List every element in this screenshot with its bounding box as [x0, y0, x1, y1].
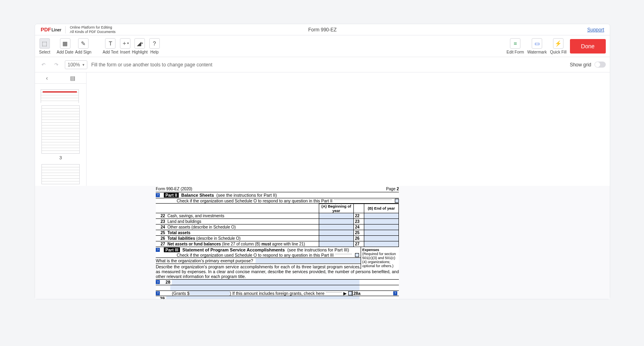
highlighter-icon: ◢ ▾	[134, 38, 145, 49]
form-icon: ≡	[510, 38, 520, 49]
done-button[interactable]: Done	[570, 39, 606, 54]
page-thumb-4[interactable]	[41, 164, 80, 184]
part3-schedule-o-checkbox[interactable]	[355, 253, 359, 257]
help-icon[interactable]: ?	[156, 193, 160, 197]
bolt-icon: ⚡	[553, 38, 564, 49]
field-26b[interactable]	[364, 235, 399, 241]
page-list-icon[interactable]: ▤	[70, 75, 75, 81]
field-26a[interactable]	[319, 235, 354, 241]
field-22a[interactable]	[319, 213, 354, 218]
redo-button[interactable]: ↷	[52, 60, 61, 69]
insert-tool[interactable]: ＋ ▾ Insert	[120, 38, 130, 54]
field-28-desc-1[interactable]	[172, 280, 359, 285]
field-28-grants[interactable]	[190, 291, 230, 295]
sub-toolbar: ↶ ↷ 100% ▾ Fill the form or use another …	[35, 57, 610, 72]
zoom-select[interactable]: 100% ▾	[65, 60, 87, 69]
exempt-purpose-field[interactable]	[256, 258, 361, 263]
watermark-button[interactable]: ▭ Watermark	[527, 38, 547, 54]
thumbnail-list[interactable]: 1 2 <, div class="thumb" data-name="page…	[35, 84, 86, 103]
help-icon[interactable]: ?	[156, 248, 160, 252]
highlight-tool[interactable]: ◢ ▾ Highlight	[132, 38, 148, 54]
tagline: Online Platform for Editing All Kinds of…	[70, 25, 116, 34]
part-3-header: ? Part III Statement of Program Service …	[156, 247, 361, 253]
show-grid-label: Show grid	[570, 62, 591, 68]
field-23a[interactable]	[319, 218, 354, 224]
signature-icon: ✎	[78, 38, 89, 49]
help-tool[interactable]: ? Help	[149, 38, 160, 54]
quick-fill-button[interactable]: ⚡ Quick Fill	[550, 38, 566, 54]
calendar-icon: ▦	[60, 38, 70, 49]
page-thumb-1[interactable]	[41, 89, 79, 103]
text-icon: T	[105, 38, 116, 49]
page-thumb-3[interactable]	[41, 105, 80, 154]
expenses-sidebar: Expenses (Required for section 501(c)(3)…	[361, 247, 399, 269]
hint-text: Fill the form or use another tools to ch…	[91, 62, 213, 68]
add-sign-tool[interactable]: ✎ Add Sign	[75, 38, 92, 54]
select-tool[interactable]: ⬚ Select	[39, 38, 50, 54]
field-27b[interactable]	[364, 241, 399, 247]
field-24b[interactable]	[364, 224, 399, 230]
help-icon[interactable]: ?	[393, 291, 397, 295]
help-icon[interactable]: ?	[156, 280, 160, 284]
field-23b[interactable]	[364, 218, 399, 224]
workspace: ‹ ▤ 1 2 <, div class="thumb" data-name="…	[35, 72, 610, 186]
back-icon[interactable]: ‹	[46, 75, 48, 81]
app-window: PDF Liner Online Platform for Editing Al…	[35, 24, 610, 299]
add-text-tool[interactable]: T Add Text	[103, 38, 118, 54]
help-icon[interactable]: ?	[156, 291, 160, 295]
field-27a[interactable]	[319, 241, 354, 247]
part2-schedule-o-checkbox[interactable]	[395, 199, 399, 203]
header-bar: PDF Liner Online Platform for Editing Al…	[35, 24, 610, 35]
question-icon: ?	[149, 38, 160, 49]
edit-form-button[interactable]: ≡ Edit Form	[507, 38, 524, 54]
field-24a[interactable]	[319, 224, 354, 230]
logo: PDF Liner	[41, 27, 61, 33]
field-25b[interactable]	[364, 230, 399, 235]
show-grid-toggle[interactable]	[594, 62, 606, 68]
thumbnail-sidebar: ‹ ▤ 1 2 <, div class="thumb" data-name="…	[35, 72, 87, 186]
main-toolbar: ⬚ Select ▦ Add Date ✎ Add Sign T Add Tex…	[35, 35, 610, 57]
plus-icon: ＋ ▾	[120, 38, 130, 49]
add-date-tool[interactable]: ▦ Add Date	[57, 38, 74, 54]
divider	[65, 26, 66, 33]
part-2-header: ? Part II Balance Sheets (see the instru…	[156, 192, 399, 198]
watermark-icon: ▭	[532, 38, 542, 49]
field-28-desc-2[interactable]	[170, 285, 359, 290]
field-22b[interactable]	[364, 213, 399, 218]
document-title: Form 990-EZ	[308, 27, 337, 33]
support-link[interactable]: Support	[587, 27, 604, 33]
logo-liner: Liner	[52, 28, 61, 32]
form-id: Form 990-EZ (2020)	[156, 187, 192, 191]
balance-sheet-table: (A) Beginning of year(B) End of year 22C…	[156, 204, 399, 247]
field-28-foreign-check[interactable]	[348, 291, 352, 295]
field-29-desc-1[interactable]	[166, 296, 359, 299]
logo-pdf: PDF	[41, 27, 51, 33]
pdf-page: Form 990-EZ (2020) Page 2 ? Part II Bala…	[156, 186, 399, 299]
undo-button[interactable]: ↶	[39, 60, 48, 69]
page-canvas[interactable]: Form 990-EZ (2020) Page 2 ? Part II Bala…	[35, 186, 610, 299]
field-25a[interactable]	[319, 230, 354, 235]
cursor-icon: ⬚	[39, 38, 50, 49]
chevron-down-icon: ▾	[83, 63, 85, 67]
